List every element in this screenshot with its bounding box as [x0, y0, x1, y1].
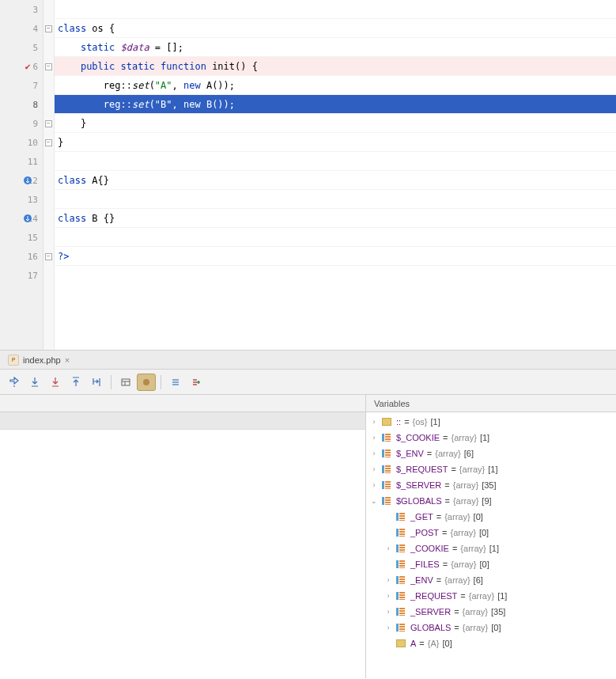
variable-type: {array} [435, 449, 460, 458]
code-line[interactable]: reg::set("A", new A()); [55, 76, 616, 95]
expand-icon[interactable]: › [384, 576, 393, 584]
variable-row[interactable]: ›$_ENV = {array} [6] [369, 446, 613, 461]
code-line[interactable]: } [55, 133, 616, 152]
close-icon[interactable]: × [65, 355, 70, 365]
equals-sign: = [452, 544, 457, 553]
expand-icon[interactable]: › [369, 418, 379, 426]
variable-row[interactable]: ›_REQUEST = {array} [1] [369, 588, 613, 604]
expand-icon[interactable]: › [384, 608, 393, 616]
svg-point-3 [143, 379, 149, 385]
variable-type: {array} [451, 560, 476, 569]
variable-row[interactable]: ⌄$GLOBALS = {array} [9] [369, 493, 613, 509]
file-tab-index-php[interactable]: P index.php × [0, 351, 77, 369]
equals-sign: = [443, 560, 448, 569]
variable-name: _REQUEST [410, 591, 457, 601]
code-line[interactable] [55, 266, 616, 285]
debug-panels: Variables ›:: = {os} [1]›$_COOKIE = {arr… [0, 395, 616, 678]
expand-icon[interactable]: › [384, 544, 393, 552]
variable-type: {array} [453, 496, 478, 506]
fold-toggle-icon[interactable]: − [45, 253, 52, 260]
step-out-button[interactable] [66, 374, 85, 391]
expand-icon[interactable]: › [369, 434, 379, 442]
expand-icon[interactable]: › [384, 624, 393, 632]
fold-toggle-icon[interactable]: − [45, 25, 52, 32]
variables-tree[interactable]: ›:: = {os} [1]›$_COOKIE = {array} [1]›$_… [366, 412, 616, 678]
evaluate-expression-button[interactable] [116, 374, 135, 391]
variable-row[interactable]: ›:: = {os} [1] [369, 414, 613, 430]
equals-sign: = [436, 575, 441, 585]
equals-sign: = [451, 465, 455, 474]
code-line[interactable]: class B {} [55, 209, 616, 228]
code-line[interactable] [55, 190, 616, 209]
variable-name: _COOKIE [410, 544, 449, 553]
step-over-button[interactable] [5, 374, 24, 391]
equals-sign: = [443, 433, 448, 442]
variable-count: [35] [491, 607, 505, 616]
expand-icon[interactable]: › [369, 481, 379, 489]
array-icon [396, 544, 407, 553]
breakpoint-icon[interactable] [21, 175, 35, 186]
code-line[interactable]: class os { [55, 19, 616, 38]
variable-count: [0] [479, 528, 489, 537]
variable-count: [0] [442, 639, 452, 648]
variable-name: $_ENV [396, 449, 424, 458]
line-number: 11 [28, 157, 38, 167]
variable-row[interactable]: ›_POST = {array} [0] [369, 525, 613, 541]
code-line[interactable] [55, 152, 616, 171]
code-content[interactable]: class os { static $data = []; public sta… [55, 0, 616, 350]
variable-row[interactable]: ›_SERVER = {array} [35] [369, 604, 613, 620]
equals-sign: = [436, 512, 441, 522]
variable-row[interactable]: ›_GET = {array} [0] [369, 509, 613, 525]
variable-row[interactable]: ›_ENV = {array} [6] [369, 572, 613, 588]
variable-name: _POST [410, 528, 439, 537]
variable-row[interactable]: ›$_COOKIE = {array} [1] [369, 430, 613, 446]
expand-icon[interactable]: › [369, 450, 379, 457]
show-watches-button[interactable] [166, 374, 185, 391]
line-number: 15 [28, 233, 38, 243]
variable-row[interactable]: ›A = {A} [0] [369, 635, 613, 651]
code-line[interactable]: } [55, 114, 616, 133]
toggle-breakpoint-button[interactable] [137, 374, 156, 391]
step-into-button[interactable] [25, 374, 44, 391]
line-number: 5 [32, 43, 38, 53]
code-line[interactable]: public static function init() { [55, 57, 616, 76]
run-to-cursor-button[interactable] [87, 374, 106, 391]
array-icon [396, 512, 407, 522]
variable-row[interactable]: ›_FILES = {array} [0] [369, 556, 613, 572]
collapse-icon[interactable]: ⌄ [369, 497, 379, 505]
variable-type: {A} [428, 639, 440, 648]
code-line[interactable] [55, 0, 616, 19]
equals-sign: = [427, 449, 432, 458]
code-line[interactable]: ?> [55, 247, 616, 266]
variable-row[interactable]: ›_COOKIE = {array} [1] [369, 541, 613, 556]
array-icon [396, 575, 407, 585]
add-watch-button[interactable] [187, 374, 206, 391]
frame-row[interactable] [0, 412, 365, 430]
fold-toggle-icon[interactable]: − [45, 63, 52, 70]
array-icon [396, 607, 407, 616]
expand-icon[interactable]: › [384, 592, 393, 600]
variable-type: {array} [453, 480, 478, 490]
variable-row[interactable]: ›$_SERVER = {array} [35] [369, 477, 613, 493]
breakpoint-icon[interactable] [21, 213, 35, 224]
equals-sign: = [454, 623, 459, 632]
code-line[interactable]: static $data = []; [55, 38, 616, 57]
variable-name: _FILES [410, 560, 440, 569]
code-line-current[interactable]: reg::set("B", new B()); [55, 95, 616, 114]
variable-count: [1] [431, 417, 440, 427]
gutter: 3 4 5 ✔6 7 8 9 10 11 12 13 14 15 16 17 [0, 0, 43, 350]
variable-type: {array} [451, 433, 476, 442]
expand-icon[interactable]: › [369, 465, 379, 473]
fold-toggle-icon[interactable]: − [45, 139, 52, 146]
variable-count: [1] [480, 433, 489, 442]
variable-row[interactable]: ›$_REQUEST = {array} [1] [369, 461, 613, 477]
force-step-into-button[interactable] [46, 374, 65, 391]
fold-toggle-icon[interactable]: − [45, 120, 52, 127]
variable-name: _SERVER [410, 607, 451, 616]
array-icon [382, 449, 393, 458]
code-line[interactable]: class A{} [55, 171, 616, 190]
line-number: 3 [32, 5, 38, 15]
object-icon [396, 639, 407, 648]
variable-row[interactable]: ›GLOBALS = {array} [0] [369, 620, 613, 635]
code-line[interactable] [55, 228, 616, 247]
